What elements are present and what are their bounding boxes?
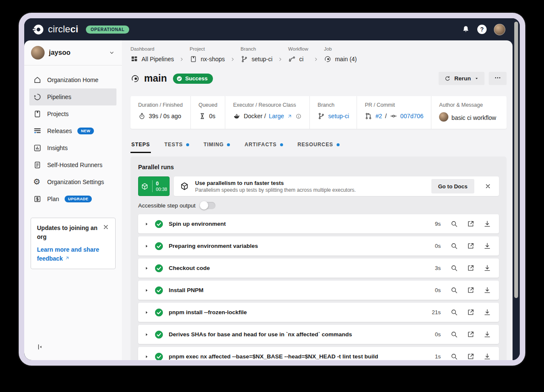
- step-row[interactable]: Derives SHAs for base and head for use i…: [138, 325, 499, 344]
- summary-label: Author & Message: [439, 102, 496, 108]
- breadcrumb-item: Job main (4): [324, 46, 357, 63]
- breadcrumb-chevron-icon: [230, 57, 235, 63]
- more-actions-button[interactable]: [489, 72, 507, 85]
- search-icon[interactable]: [450, 352, 458, 360]
- open-step-icon[interactable]: [467, 242, 475, 250]
- breadcrumb-link[interactable]: ci: [288, 55, 308, 63]
- open-step-icon[interactable]: [467, 286, 475, 294]
- sidebar-item-label: Organization Settings: [47, 179, 104, 185]
- step-row[interactable]: Install PNPM 0s: [138, 281, 499, 300]
- external-arrow-icon[interactable]: [287, 114, 292, 119]
- caret-right-icon[interactable]: [144, 332, 149, 337]
- breadcrumb-level-label: Dashboard: [130, 46, 174, 51]
- sidebar-item-label: Insights: [47, 145, 68, 151]
- bookmark-icon: [190, 55, 197, 63]
- tab-label: STEPS: [131, 142, 150, 148]
- download-icon[interactable]: [483, 330, 491, 338]
- breadcrumb-link[interactable]: main (4): [324, 55, 357, 63]
- close-icon[interactable]: [480, 183, 496, 190]
- breadcrumb-chevron-icon: [313, 57, 319, 63]
- tab[interactable]: TESTS: [164, 142, 189, 153]
- caret-right-icon[interactable]: [144, 354, 149, 359]
- search-icon[interactable]: [450, 308, 458, 316]
- sidebar-item[interactable]: Projects: [29, 105, 116, 122]
- projects-icon: [33, 110, 42, 118]
- tab[interactable]: STEPS: [131, 142, 150, 153]
- user-avatar[interactable]: [494, 24, 505, 35]
- open-step-icon[interactable]: [467, 352, 475, 360]
- org-switcher[interactable]: jaysoo: [24, 40, 122, 65]
- open-step-icon[interactable]: [467, 330, 475, 338]
- step-row[interactable]: pnpm exec nx affected --base=$NX_BASE --…: [138, 347, 499, 360]
- caret-right-icon[interactable]: [144, 222, 149, 227]
- tab[interactable]: ARTIFACTS: [244, 142, 283, 153]
- summary-value-part[interactable]: Large: [269, 113, 284, 119]
- caret-right-icon[interactable]: [144, 244, 149, 249]
- step-row[interactable]: Spin up environment 9s: [138, 214, 499, 233]
- summary-value-part[interactable]: setup-ci: [328, 113, 349, 119]
- download-icon[interactable]: [483, 352, 491, 360]
- top-bar: circleci OPERATIONAL ?: [24, 18, 520, 40]
- steps-panel: Parallel runs 0 00:38: [130, 156, 507, 360]
- accessible-output-toggle[interactable]: [200, 202, 215, 209]
- tab[interactable]: TIMING: [204, 142, 230, 153]
- tab[interactable]: RESOURCES: [298, 142, 340, 153]
- breadcrumb-link[interactable]: All Pipelines: [130, 55, 174, 63]
- parallel-run-selector[interactable]: 0 00:38: [138, 176, 170, 196]
- accessible-output-label: Accessible step output: [138, 202, 196, 209]
- circleci-logo-icon: [33, 24, 44, 35]
- sidebar-item[interactable]: Pipelines: [29, 88, 116, 105]
- step-name: pnpm install --frozen-lockfile: [169, 309, 432, 315]
- download-icon[interactable]: [483, 242, 491, 250]
- open-step-icon[interactable]: [467, 220, 475, 228]
- step-name: Derives SHAs for base and head for use i…: [169, 331, 435, 338]
- sidebar-item-label: Self-Hosted Runners: [47, 162, 102, 168]
- job-status-badge: Success: [173, 74, 213, 84]
- caret-right-icon[interactable]: [144, 288, 149, 293]
- search-icon[interactable]: [450, 286, 458, 294]
- step-row[interactable]: pnpm install --frozen-lockfile 21s: [138, 303, 499, 322]
- breadcrumb-link[interactable]: nx-shops: [190, 55, 225, 63]
- go-to-docs-button[interactable]: Go to Docs: [431, 179, 474, 193]
- step-row[interactable]: Preparing environment variables 0s: [138, 236, 499, 256]
- open-step-icon[interactable]: [467, 308, 475, 316]
- sidebar-item[interactable]: Self-Hosted Runners: [29, 156, 116, 173]
- caret-right-icon[interactable]: [144, 266, 149, 271]
- rerun-button[interactable]: Rerun: [439, 72, 484, 85]
- collapse-sidebar-icon[interactable]: [36, 343, 44, 351]
- search-icon[interactable]: [450, 242, 458, 250]
- docker-icon: [233, 112, 241, 120]
- circleci-logo[interactable]: circleci: [33, 24, 78, 35]
- search-icon[interactable]: [450, 220, 458, 228]
- breadcrumb-link[interactable]: setup-ci: [241, 55, 272, 63]
- open-step-icon[interactable]: [467, 264, 475, 272]
- caret-right-icon[interactable]: [144, 310, 149, 315]
- sidebar-item[interactable]: ⚙ Organization Settings: [29, 173, 116, 190]
- summary-value-part[interactable]: #2: [375, 113, 382, 119]
- sidebar-item[interactable]: Releases NEW: [29, 122, 116, 139]
- bell-icon[interactable]: [462, 25, 470, 34]
- tab-dot: [280, 143, 283, 146]
- summary-value: setup-ci: [317, 112, 349, 120]
- step-row[interactable]: Checkout code 3s: [138, 258, 499, 278]
- close-icon[interactable]: [102, 224, 109, 241]
- download-icon[interactable]: [483, 308, 491, 316]
- feedback-link[interactable]: Learn more and share feedback: [37, 245, 109, 263]
- sidebar-item[interactable]: Plan UPGRADE: [29, 190, 116, 207]
- download-icon[interactable]: [483, 264, 491, 272]
- step-duration: 0s: [435, 243, 441, 249]
- sidebar-item[interactable]: Insights: [29, 139, 116, 156]
- search-icon[interactable]: [450, 264, 458, 272]
- download-icon[interactable]: [483, 286, 491, 294]
- search-icon[interactable]: [450, 330, 458, 338]
- help-icon[interactable]: ?: [477, 25, 487, 34]
- author-avatar-icon: [439, 112, 448, 123]
- workflow-icon: [288, 55, 296, 63]
- step-actions: [450, 286, 491, 294]
- job-summary-section: Queued 0s: [190, 96, 225, 129]
- download-icon[interactable]: [483, 220, 491, 228]
- sidebar-item[interactable]: Organization Home: [29, 71, 116, 88]
- summary-value-part[interactable]: 007d706: [400, 113, 424, 119]
- scrollbar-thumb[interactable]: [514, 22, 518, 298]
- operational-status-badge[interactable]: OPERATIONAL: [86, 26, 129, 34]
